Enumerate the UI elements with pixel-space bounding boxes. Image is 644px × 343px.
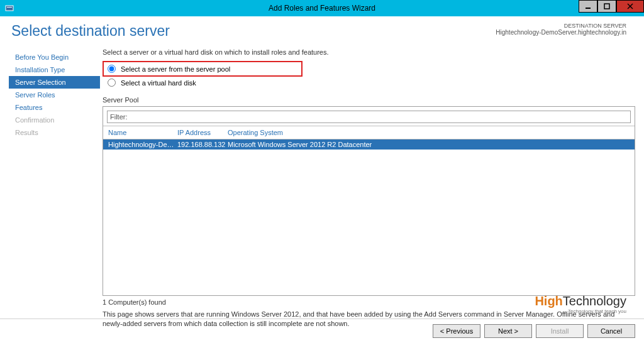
app-icon xyxy=(4,3,15,14)
cell-name: Hightechnology-DemoS... xyxy=(108,141,177,148)
wizard-nav: Before You Begin Installation Type Serve… xyxy=(9,48,100,318)
radio-server-pool-input[interactable] xyxy=(108,65,116,73)
window-controls xyxy=(579,0,644,16)
wizard-window: Add Roles and Features Wizard Select des… xyxy=(0,0,644,343)
svg-rect-3 xyxy=(604,4,609,9)
minimize-button[interactable] xyxy=(579,0,597,13)
highlight-box: Select a server from the server pool xyxy=(103,61,303,77)
nav-before-you-begin[interactable]: Before You Begin xyxy=(9,51,100,63)
server-grid: Name IP Address Operating System Hightec… xyxy=(103,126,635,295)
server-pool-box: Filter: Name IP Address Operating System… xyxy=(103,106,635,296)
watermark-title: HighTechnology xyxy=(535,294,626,308)
server-pool-header: Server Pool xyxy=(103,96,635,104)
previous-button[interactable]: < Previous xyxy=(433,324,480,338)
cancel-button[interactable]: Cancel xyxy=(587,324,635,338)
footer: < Previous Next > Install Cancel xyxy=(0,318,644,343)
nav-features[interactable]: Features xyxy=(9,101,100,114)
next-button[interactable]: Next > xyxy=(484,324,532,338)
col-name[interactable]: Name xyxy=(108,129,177,136)
install-button: Install xyxy=(536,324,584,338)
watermark-hi: High xyxy=(535,294,562,308)
body: Before You Begin Installation Type Serve… xyxy=(0,40,644,318)
svg-rect-0 xyxy=(6,6,13,11)
watermark-rest: Technology xyxy=(563,294,626,308)
filter-row: Filter: xyxy=(107,111,631,123)
instruction-text: Select a server or a virtual hard disk o… xyxy=(103,48,635,56)
nav-installation-type[interactable]: Installation Type xyxy=(9,63,100,76)
close-button[interactable] xyxy=(616,0,644,13)
radio-vhd-input[interactable] xyxy=(108,79,116,87)
window-title: Add Roles and Features Wizard xyxy=(0,4,644,13)
header: Select destination server DESTINATION SE… xyxy=(0,16,644,40)
maximize-button[interactable] xyxy=(597,0,616,13)
titlebar: Add Roles and Features Wizard xyxy=(0,0,644,16)
main-panel: Select a server or a virtual hard disk o… xyxy=(100,48,635,318)
nav-confirmation: Confirmation xyxy=(9,114,100,126)
cell-os: Microsoft Windows Server 2012 R2 Datacen… xyxy=(228,141,630,148)
watermark-sub: Technology that teach you xyxy=(535,308,626,314)
radio-vhd[interactable]: Select a virtual hard disk xyxy=(103,77,635,89)
destination-label: DESTINATION SERVER xyxy=(496,23,626,29)
destination-value: Hightechnology-DemoServer.hightechnology… xyxy=(496,29,626,36)
nav-results: Results xyxy=(9,126,100,139)
radio-vhd-label: Select a virtual hard disk xyxy=(121,79,196,87)
radio-server-pool-label: Select a server from the server pool xyxy=(121,65,230,73)
table-row[interactable]: Hightechnology-DemoS... 192.168.88.132 M… xyxy=(103,139,635,150)
destination-info: DESTINATION SERVER Hightechnology-DemoSe… xyxy=(496,23,626,40)
col-ip[interactable]: IP Address xyxy=(177,129,228,136)
radio-group: Select a server from the server pool Sel… xyxy=(103,60,635,92)
radio-server-pool[interactable]: Select a server from the server pool xyxy=(106,63,299,75)
cell-ip: 192.168.88.132 xyxy=(177,141,228,148)
filter-label: Filter: xyxy=(110,113,128,121)
grid-header: Name IP Address Operating System xyxy=(103,126,635,139)
nav-server-roles[interactable]: Server Roles xyxy=(9,89,100,101)
col-os[interactable]: Operating System xyxy=(228,129,630,136)
grid-body[interactable]: Hightechnology-DemoS... 192.168.88.132 M… xyxy=(103,139,635,295)
nav-server-selection[interactable]: Server Selection xyxy=(9,76,100,89)
watermark: HighTechnology Technology that teach you xyxy=(535,294,626,314)
svg-rect-1 xyxy=(7,7,12,8)
filter-input[interactable] xyxy=(130,112,628,121)
page-title: Select destination server xyxy=(11,23,170,40)
